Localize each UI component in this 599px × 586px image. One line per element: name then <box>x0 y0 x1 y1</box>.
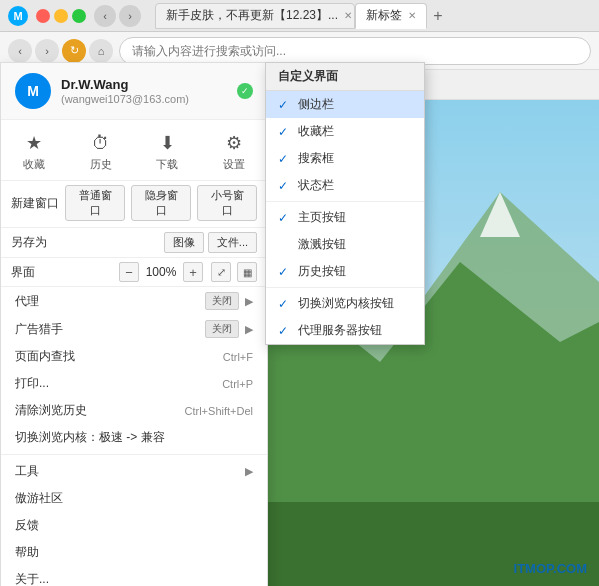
add-tab-button[interactable]: + <box>427 5 449 27</box>
save-image-button[interactable]: 图像 <box>164 232 204 253</box>
dropdown-proxy-server-btn-item[interactable]: ✓ 代理服务器按钮 <box>266 317 424 344</box>
tab-item[interactable]: 新手皮肤，不再更新【12.23】... ✕ <box>155 3 355 29</box>
feedback-label: 反馈 <box>15 517 253 534</box>
fullscreen-button[interactable]: ⤢ <box>211 262 231 282</box>
check-icon: ✓ <box>278 265 292 279</box>
favorites-label: 收藏 <box>23 157 45 172</box>
zoom-row: 界面 − 100% + ⤢ ▦ <box>1 258 267 287</box>
user-name: Dr.W.Wang <box>61 77 237 92</box>
user-email: (wangwei1073@163.com) <box>61 93 237 105</box>
dropdown-splash-btn-item[interactable]: 激溅按钮 <box>266 231 424 258</box>
tab-title: 新手皮肤，不再更新【12.23】... <box>166 7 338 24</box>
gear-icon: ⚙ <box>226 132 242 154</box>
forward-button[interactable]: › <box>35 39 59 63</box>
dropdown-switch-engine-btn-item[interactable]: ✓ 切换浏览内核按钮 <box>266 290 424 317</box>
star-icon: ★ <box>26 132 42 154</box>
sync-icon[interactable]: ✓ <box>237 83 253 99</box>
new-tab[interactable]: 新标签 ✕ <box>355 3 427 29</box>
dropdown-divider <box>266 201 424 202</box>
about-label: 关于... <box>15 571 253 586</box>
proxy-menu-item[interactable]: 代理 关闭 ▶ <box>1 287 267 315</box>
zoom-label: 界面 <box>11 264 119 281</box>
switch-engine-menu-item[interactable]: 切换浏览内核：极速 -> 兼容 <box>1 424 267 451</box>
dropdown-home-btn-item[interactable]: ✓ 主页按钮 <box>266 204 424 231</box>
zoom-in-button[interactable]: + <box>183 262 203 282</box>
clear-history-label: 清除浏览历史 <box>15 402 185 419</box>
find-in-page-menu-item[interactable]: 页面内查找 Ctrl+F <box>1 343 267 370</box>
home-btn-option-label: 主页按钮 <box>298 209 346 226</box>
print-label: 打印... <box>15 375 222 392</box>
title-bar: M ‹ › 新手皮肤，不再更新【12.23】... ✕ 新标签 ✕ + <box>0 0 599 32</box>
maximize-window-button[interactable] <box>72 9 86 23</box>
sidebar-option-label: 侧边栏 <box>298 96 334 113</box>
proxy-server-btn-option-label: 代理服务器按钮 <box>298 322 382 339</box>
downloads-label: 下载 <box>156 157 178 172</box>
address-nav-buttons: ‹ › ↻ ⌂ <box>8 39 113 63</box>
interface-dropdown-menu: 自定义界面 ✓ 侧边栏 ✓ 收藏栏 ✓ 搜索框 ✓ 状态栏 ✓ 主页按钮 激溅按… <box>265 62 425 345</box>
save-file-button[interactable]: 文件... <box>208 232 257 253</box>
title-forward-button[interactable]: › <box>119 5 141 27</box>
normal-window-button[interactable]: 普通窗口 <box>65 185 125 221</box>
bookmarks-bar-option-label: 收藏栏 <box>298 123 334 140</box>
layout-button[interactable]: ▦ <box>237 262 257 282</box>
mini-window-button[interactable]: 小号窗口 <box>197 185 257 221</box>
find-in-page-label: 页面内查找 <box>15 348 223 365</box>
community-label: 傲游社区 <box>15 490 253 507</box>
community-menu-item[interactable]: 傲游社区 <box>1 485 267 512</box>
ad-hunter-menu-item[interactable]: 广告猎手 关闭 ▶ <box>1 315 267 343</box>
tab-close-button[interactable]: ✕ <box>344 10 352 21</box>
new-tab-close-button[interactable]: ✕ <box>408 10 416 21</box>
print-shortcut: Ctrl+P <box>222 378 253 390</box>
quick-actions: ★ 收藏 ⏱ 历史 ⬇ 下载 ⚙ 设置 <box>1 120 267 181</box>
settings-button[interactable]: ⚙ 设置 <box>201 128 268 176</box>
tab-bar: 新手皮肤，不再更新【12.23】... ✕ 新标签 ✕ + <box>155 3 583 29</box>
download-icon: ⬇ <box>160 132 175 154</box>
address-input[interactable] <box>119 37 591 65</box>
zoom-out-button[interactable]: − <box>119 262 139 282</box>
feedback-menu-item[interactable]: 反馈 <box>1 512 267 539</box>
dropdown-status-bar-item[interactable]: ✓ 状态栏 <box>266 172 424 199</box>
watermark: ITMOP.COM <box>514 561 587 576</box>
home-button[interactable]: ⌂ <box>89 39 113 63</box>
tools-menu-item[interactable]: 工具 ▶ <box>1 458 267 485</box>
print-menu-item[interactable]: 打印... Ctrl+P <box>1 370 267 397</box>
ad-hunter-label: 广告猎手 <box>15 321 205 338</box>
proxy-toggle: 关闭 <box>205 292 239 310</box>
proxy-status: 关闭 <box>205 292 239 310</box>
refresh-button[interactable]: ↻ <box>62 39 86 63</box>
new-window-label: 新建窗口 <box>11 195 59 212</box>
dropdown-search-box-item[interactable]: ✓ 搜索框 <box>266 145 424 172</box>
check-icon: ✓ <box>278 179 292 193</box>
switch-engine-btn-option-label: 切换浏览内核按钮 <box>298 295 394 312</box>
zoom-controls: − 100% + ⤢ ▦ <box>119 262 257 282</box>
dropdown-bookmarks-bar-item[interactable]: ✓ 收藏栏 <box>266 118 424 145</box>
clear-history-menu-item[interactable]: 清除浏览历史 Ctrl+Shift+Del <box>1 397 267 424</box>
history-button[interactable]: ⏱ 历史 <box>68 129 135 176</box>
save-row: 另存为 图像 文件... <box>1 228 267 258</box>
browser-menu-panel: M Dr.W.Wang (wangwei1073@163.com) ✓ ★ 收藏… <box>0 62 268 586</box>
splash-btn-option-label: 激溅按钮 <box>298 236 346 253</box>
history-label: 历史 <box>90 157 112 172</box>
dropdown-sidebar-item[interactable]: ✓ 侧边栏 <box>266 91 424 118</box>
favorites-button[interactable]: ★ 收藏 <box>1 128 68 176</box>
check-icon: ✓ <box>278 125 292 139</box>
help-menu-item[interactable]: 帮助 <box>1 539 267 566</box>
dropdown-history-btn-item[interactable]: ✓ 历史按钮 <box>266 258 424 285</box>
about-menu-item[interactable]: 关于... <box>1 566 267 586</box>
zoom-value: 100% <box>143 265 179 279</box>
browser-logo: M <box>8 6 28 26</box>
close-window-button[interactable] <box>36 9 50 23</box>
minimize-window-button[interactable] <box>54 9 68 23</box>
incognito-window-button[interactable]: 隐身窗口 <box>131 185 191 221</box>
user-section: M Dr.W.Wang (wangwei1073@163.com) ✓ <box>1 63 267 120</box>
check-icon: ✓ <box>278 152 292 166</box>
title-back-button[interactable]: ‹ <box>94 5 116 27</box>
new-tab-label: 新标签 <box>366 7 402 24</box>
search-box-option-label: 搜索框 <box>298 150 334 167</box>
downloads-button[interactable]: ⬇ 下载 <box>134 128 201 176</box>
dropdown-divider-2 <box>266 287 424 288</box>
clear-history-shortcut: Ctrl+Shift+Del <box>185 405 253 417</box>
back-button[interactable]: ‹ <box>8 39 32 63</box>
history-icon: ⏱ <box>92 133 110 154</box>
tools-label: 工具 <box>15 463 239 480</box>
